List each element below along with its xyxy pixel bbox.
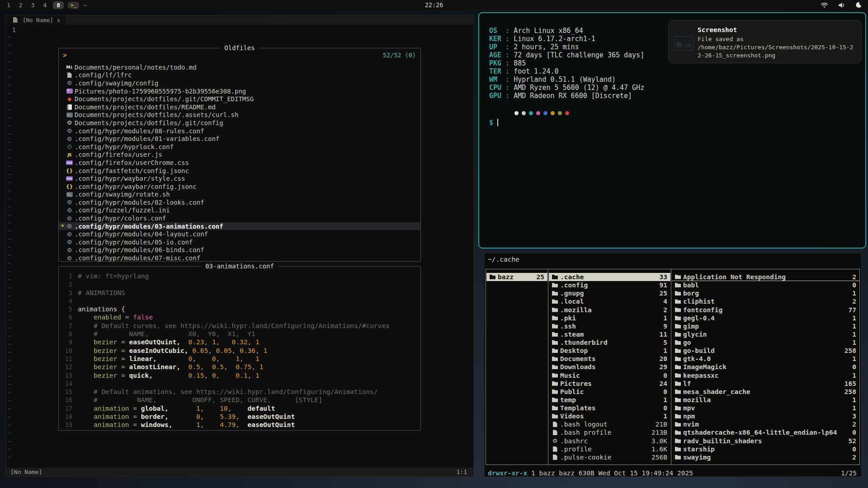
lf-entry[interactable]: .bash_logout21B [549,420,670,428]
lf-entry[interactable]: qtshadercache-x86_64-little_endian-lp640 [672,428,859,436]
lf-entry[interactable]: nvim2 [672,420,859,428]
picker-item[interactable]: {}.config/fastfetch/config.jsonc [59,167,420,175]
lf-entry[interactable]: mozilla1 [672,396,859,404]
lf-entry[interactable]: go-build258 [672,347,859,355]
special-workspace-terminal-icon[interactable]: >_ [68,2,79,9]
picker-item[interactable]: ⚙.config/hypr/modules/02-looks.conf [59,198,420,206]
lf-entry[interactable]: gimp1 [672,322,859,330]
lf-entry[interactable]: .config91 [549,281,670,289]
lf-entry[interactable]: npm3 [672,412,859,420]
code-token: 1 [255,355,259,363]
picker-item[interactable]: ⚙.config/hypr/colors.conf [59,214,420,222]
lf-entry[interactable]: .gnupg25 [549,289,670,297]
lf-entry[interactable]: bazz25 [486,273,547,281]
wifi-icon[interactable] [821,2,828,8]
picker-item[interactable]: Documents/projects/dotfiles/README.md [59,103,420,111]
picker-item[interactable]: ⚙.config/hypr/modules/06-binds.conf [59,246,420,254]
picker-item[interactable]: >_Documents/projects/dotfiles/.assets/cu… [59,111,420,119]
lf-entry[interactable]: Application Not Responding2 [672,273,859,281]
lf-entry[interactable]: .ssh9 [549,322,670,330]
picker-item[interactable]: {}.config/hypr/waybar/config.jsonc [59,183,420,191]
lf-entry[interactable]: .local4 [549,297,670,305]
lf-entry[interactable]: borg1 [672,289,859,297]
lf-entry[interactable]: Music0 [549,371,670,380]
workspace-1[interactable]: 1 [5,2,13,9]
workspace-3[interactable]: 3 [29,2,37,9]
lf-entry[interactable]: .mozilla2 [549,306,670,314]
lf-entry[interactable]: glycin1 [672,330,859,338]
lf-entry[interactable]: mpv1 [672,404,859,412]
entry-count: 0 [660,404,667,412]
code-line-number: 10 [61,347,72,355]
lf-entry[interactable]: babl0 [672,281,859,289]
code-token: = [117,371,129,380]
picker-item[interactable]: ⚙.config/hypr/modules/07-misc.conf [59,254,420,262]
vim-tab[interactable]: [No Name] x [6,15,66,24]
lf-entry[interactable]: ImageMagick0 [672,363,859,371]
code-token: 0.65 [192,347,208,355]
entry-name: npm [683,413,695,420]
code-token [173,421,196,429]
shell-prompt-line[interactable]: $ [489,118,498,127]
picker-item[interactable]: >_.config/swayimg/rotate.sh [59,191,420,199]
lf-entry[interactable]: Documents20 [549,355,670,363]
lf-entry[interactable]: Videos1 [549,412,670,420]
volume-icon[interactable] [838,2,845,8]
lf-entry[interactable]: gegl-0.41 [672,314,859,322]
lf-entry[interactable]: .bash_profile213B [549,428,670,436]
picker-item[interactable]: M↓Documents/personal/notes/todo.md [59,63,420,71]
picker-item[interactable]: *⚙.config/hypr/modules/03-animations.con… [59,222,420,230]
picker-item[interactable]: JS.config/firefox/user.js [59,151,420,159]
picker-item[interactable]: ⚙Documents/projects/dotfiles/.git/config [59,119,420,127]
picker-item[interactable]: ⚙.config/hypr/modules/08-rules.conf [59,127,420,135]
lf-entry[interactable]: starship0 [672,445,859,453]
tilde: ~ [6,114,21,122]
lf-entry[interactable]: .steam11 [549,330,670,338]
lf-entry[interactable]: temp1 [549,396,670,404]
lf-entry[interactable]: mesa_shader_cache258 [672,388,859,396]
workspace-active[interactable]: 8 [53,1,64,9]
screenshot-notification[interactable]: Screenshot File saved as /home/bazz/Pict… [668,20,862,63]
lf-entry[interactable]: keepassxc1 [672,371,859,380]
folder-icon [674,430,682,436]
palette-dot [514,111,519,115]
picker-item[interactable]: ⚙.config/hypr/modules/05-io.conf [59,238,420,246]
picker-item[interactable]: .config/lf/lfrc [59,71,420,80]
night-mode-moon-icon[interactable] [855,2,862,8]
lf-entry[interactable]: lf165 [672,380,859,388]
picker-item[interactable]: css.config/firefox/userChrome.css [59,159,420,167]
picker-item[interactable]: Pictures/photo-1759960555975-b2b39556e30… [59,87,420,95]
lf-entry[interactable]: ⚙.bashrc3.0K [549,437,670,445]
lf-entry[interactable]: Desktop1 [549,347,670,355]
picker-item[interactable]: .config/hypr/hyprlock.conf [59,143,420,151]
entry-count: 52 [846,437,856,445]
lf-entry[interactable]: .profile1.6K [549,445,670,453]
picker-item[interactable]: ⚙.config/hypr/modules/04-layout.conf [59,230,420,238]
picker-item[interactable]: ⚙.config/swayimg/config [59,79,420,87]
lf-entry[interactable]: swayimg2 [672,453,859,461]
lf-entry[interactable]: .thunderbird5 [549,338,670,347]
workspace-4[interactable]: 4 [41,2,49,9]
lf-entry[interactable]: Pictures24 [549,380,670,388]
picker-item[interactable]: ⚙.config/fuzzel/fuzzel.ini [59,206,420,215]
lf-entry[interactable]: Downloads29 [549,363,670,371]
lf-entry[interactable]: go1 [672,338,859,347]
picker-item[interactable]: ◆Documents/projects/dotfiles/.git/COMMIT… [59,95,420,103]
lf-entry[interactable]: gtk-4.01 [672,355,859,363]
lf-entry[interactable]: fontconfig77 [672,306,859,314]
lf-entry[interactable]: cliphist2 [672,297,859,305]
lf-entry[interactable]: .cache33 [549,273,670,281]
picker-item[interactable]: css.config/hypr/waybar/style.css [59,174,420,183]
scratchpad-workspace[interactable]: ~ [83,2,87,9]
picker-item[interactable]: ⚙.config/hypr/modules/01-variables.conf [59,135,420,143]
lf-entry[interactable]: .pulse-cookie256B [549,453,670,461]
workspace-2[interactable]: 2 [17,2,25,9]
lf-entry[interactable]: .pki1 [549,314,670,322]
entry-count: 1 [849,290,856,297]
lf-entry[interactable]: radv_builtin_shaders52 [672,437,859,445]
lf-entry[interactable]: Public0 [549,388,670,396]
tab-close-button[interactable]: x [57,17,61,23]
folder-icon [674,323,682,329]
lf-entry[interactable]: Templates0 [549,404,670,412]
entry-count: 258 [842,388,856,395]
